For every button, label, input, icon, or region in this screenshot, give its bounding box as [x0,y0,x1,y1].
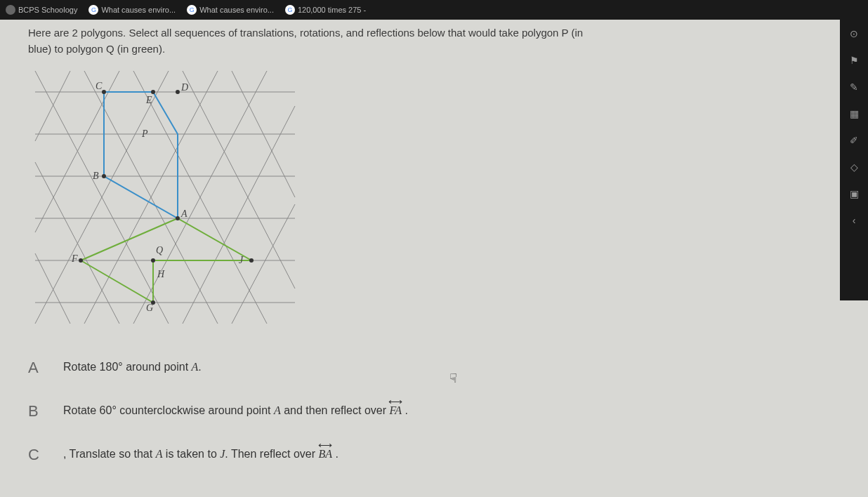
point-h-label: H [157,269,164,280]
question-content: Here are 2 polygons. Select all sequence… [0,20,868,497]
tab-enviro-2[interactable]: G What causes enviro... [187,5,274,15]
point-g-label: G [146,303,153,314]
option-a-text: Rotate 180° around point A. [63,359,202,373]
svg-point-28 [151,258,155,263]
google-icon: G [187,5,197,15]
option-c[interactable]: C , Translate so that A is taken to J. T… [28,446,854,464]
option-b-text: Rotate 60° counterclockwise around point… [63,402,408,417]
option-b-letter: B [28,402,45,420]
svg-point-25 [79,258,83,263]
tab-label: What causes enviro... [199,6,274,14]
svg-point-21 [176,90,180,94]
point-f-label: F [72,253,78,265]
svg-point-20 [102,90,106,94]
point-c-label: C [96,81,102,92]
geometry-diagram: C D E P B A Q F J H G [28,64,302,338]
tab-calc[interactable]: G 120,000 times 275 - [285,5,366,15]
option-a-letter: A [28,359,45,377]
browser-tabs-bar: BCPS Schoology G What causes enviro... G… [0,0,868,20]
point-a-label: A [181,208,188,220]
svg-point-26 [249,258,254,263]
tab-enviro-1[interactable]: G What causes enviro... [88,5,176,15]
option-a[interactable]: A Rotate 180° around point A. [28,359,854,377]
option-c-text: , Translate so that A is taken to J. The… [63,446,338,460]
point-e-label: E [146,95,152,106]
polygon-q-label: Q [156,245,163,256]
point-j-label: J [239,255,243,266]
tab-schoology[interactable]: BCPS Schoology [6,5,77,15]
point-b-label: B [93,171,99,182]
polygon-p-label: P [142,128,148,140]
favicon [6,5,15,15]
point-d-label: D [181,82,188,93]
google-icon: G [88,5,98,15]
google-icon: G [285,5,295,15]
triangular-grid [28,64,302,338]
polygon-p [104,92,178,218]
option-c-letter: C [28,446,45,464]
tab-label: What causes enviro... [101,6,176,14]
svg-line-9 [183,106,295,324]
tab-label: BCPS Schoology [18,6,77,14]
svg-point-22 [151,90,155,94]
svg-point-24 [176,216,180,220]
hand-cursor-icon: ☟ [449,371,457,386]
tab-label: 120,000 times 275 - [298,6,366,14]
svg-point-23 [102,174,106,178]
question-prompt: Here are 2 polygons. Select all sequence… [28,25,854,57]
option-b[interactable]: B Rotate 60° counterclockwise around poi… [28,402,854,420]
